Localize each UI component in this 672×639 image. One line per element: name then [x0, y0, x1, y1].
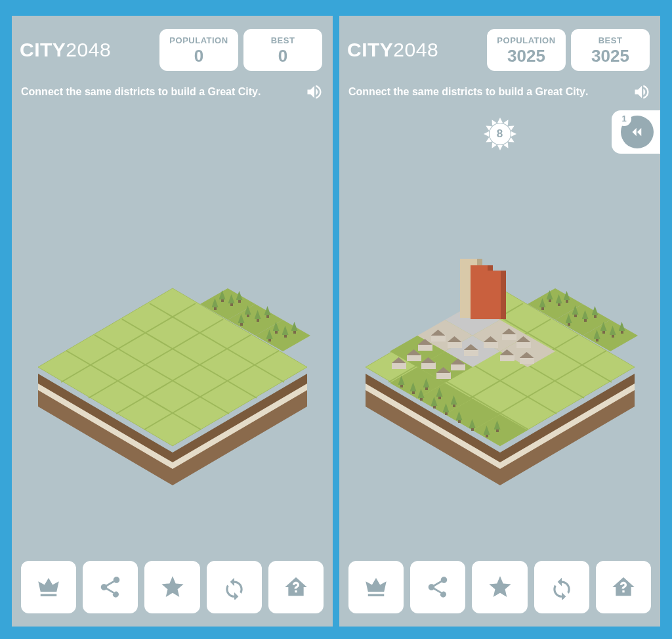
best-box: BEST 3025 [571, 29, 650, 71]
refresh-icon [549, 575, 574, 600]
tagline-pre: Connect the same districts to build a [348, 86, 536, 97]
help-home-icon [283, 574, 309, 600]
logo-text-num: 2048 [66, 39, 111, 60]
sound-button[interactable] [633, 83, 651, 101]
help-home-icon [610, 574, 637, 600]
best-box: BEST 0 [243, 29, 322, 71]
share-icon [425, 575, 450, 600]
share-button[interactable] [83, 561, 138, 613]
tagline-row: Connect the same districts to build a Gr… [339, 77, 660, 101]
best-label: BEST [253, 35, 313, 45]
rate-button[interactable] [144, 561, 200, 613]
leaderboard-button[interactable] [21, 561, 76, 613]
star-icon [487, 574, 513, 600]
logo-text-bold: CITY [20, 39, 66, 60]
share-icon [98, 575, 123, 600]
logo-text-num: 2048 [393, 39, 438, 60]
restart-button[interactable] [534, 561, 589, 613]
help-button[interactable] [596, 561, 651, 613]
population-label: POPULATION [496, 35, 556, 45]
tagline-strong: Great City [536, 86, 585, 97]
sound-icon [305, 83, 324, 101]
sound-button[interactable] [305, 83, 324, 101]
crown-icon [35, 573, 62, 601]
game-screen-right: CITY2048 POPULATION 3025 BEST 3025 Conne… [339, 16, 660, 627]
rate-button[interactable] [472, 561, 527, 613]
game-board-area[interactable] [12, 239, 333, 515]
population-value: 0 [169, 47, 229, 66]
powerups-row: 8 1 [339, 101, 660, 154]
sound-icon [633, 83, 651, 101]
tagline-text: Connect the same districts to build a Gr… [21, 86, 261, 98]
best-label: BEST [580, 35, 640, 45]
help-button[interactable] [268, 561, 324, 613]
tagline-strong: Great City [208, 86, 258, 97]
game-board-area[interactable] [339, 239, 660, 515]
population-label: POPULATION [169, 35, 229, 45]
top-bar: CITY2048 POPULATION 0 BEST 0 [12, 16, 333, 77]
share-button[interactable] [410, 561, 465, 613]
population-value: 3025 [496, 47, 556, 66]
top-bar: CITY2048 POPULATION 3025 BEST 3025 [339, 16, 660, 77]
svg-marker-22 [497, 145, 503, 150]
sun-value: 8 [497, 127, 503, 141]
iso-board [25, 265, 320, 489]
tagline-row: Connect the same districts to build a Gr… [12, 77, 333, 101]
undo-count: 1 [617, 112, 631, 126]
sun-powerup[interactable]: 8 [483, 117, 517, 151]
best-value: 3025 [580, 47, 640, 66]
svg-marker-25 [484, 131, 489, 137]
undo-circle: 1 [621, 116, 654, 148]
board-svg [25, 265, 320, 489]
bottom-toolbar [339, 561, 660, 613]
svg-marker-16 [497, 118, 503, 123]
refresh-icon [222, 575, 247, 600]
logo-text-bold: CITY [347, 39, 393, 60]
tagline-post: . [258, 86, 261, 97]
population-box: POPULATION 3025 [487, 29, 566, 71]
iso-board [352, 265, 648, 489]
svg-marker-19 [511, 131, 516, 137]
undo-icon [627, 122, 647, 142]
best-value: 0 [253, 47, 313, 66]
restart-button[interactable] [207, 561, 262, 613]
bottom-toolbar [12, 561, 333, 613]
undo-powerup[interactable]: 1 [612, 110, 660, 154]
population-box: POPULATION 0 [159, 29, 238, 71]
leaderboard-button[interactable] [348, 561, 404, 613]
tagline-pre: Connect the same districts to build a [21, 86, 208, 97]
tagline-post: . [585, 86, 588, 97]
game-logo: CITY2048 [20, 39, 154, 61]
game-logo: CITY2048 [347, 39, 482, 61]
star-icon [159, 574, 186, 600]
tagline-text: Connect the same districts to build a Gr… [348, 86, 588, 98]
crown-icon [362, 573, 390, 601]
game-screen-left: CITY2048 POPULATION 0 BEST 0 Connect the… [12, 16, 333, 627]
